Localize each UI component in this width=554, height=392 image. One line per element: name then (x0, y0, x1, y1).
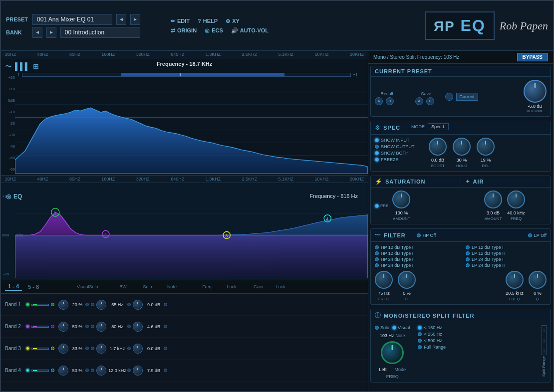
band4-color-slider[interactable] (31, 370, 49, 372)
current-button[interactable]: Current (456, 93, 478, 101)
spectrum-progress-bar[interactable] (22, 73, 351, 77)
hp-led[interactable] (417, 233, 421, 237)
band1-visual-led[interactable] (51, 303, 54, 306)
hold-knob[interactable] (453, 138, 471, 156)
band3-gain-knob[interactable] (133, 344, 143, 354)
pre-led[interactable] (375, 204, 379, 208)
preset-name-box[interactable]: 001 Ana Mixer EQ 01 (32, 14, 112, 25)
band2-note-led[interactable] (91, 325, 94, 328)
lp-led[interactable] (528, 233, 532, 237)
band1-freq-lock-led[interactable] (127, 303, 131, 306)
band4-freq-lock-led[interactable] (127, 369, 131, 372)
freeze-led[interactable] (375, 158, 379, 162)
spectrum-bar-icon[interactable]: ▌▌▌ (15, 62, 30, 71)
boost-knob[interactable] (429, 138, 447, 156)
spectrum-wave-icon[interactable]: 〜 (5, 62, 12, 71)
lp-q-knob[interactable] (529, 271, 547, 289)
band3-visual-led[interactable] (51, 347, 54, 350)
sat-amount-knob[interactable] (392, 191, 410, 208)
bank-name-box[interactable]: 00 Introduction (60, 27, 140, 38)
ecs-menu-item[interactable]: ◎ ECS (205, 27, 223, 34)
preset-prev-btn[interactable]: ◄ (116, 14, 126, 25)
lp-12db-t1-led[interactable] (466, 245, 470, 249)
help-menu-item[interactable]: ? HELP (198, 18, 218, 24)
band1-gain-lock-led[interactable] (164, 303, 167, 306)
split-visual-led[interactable] (392, 326, 396, 330)
band-tab-1-4[interactable]: 1 - 4 (5, 282, 22, 291)
band3-freq-knob[interactable] (96, 344, 106, 354)
band2-gain-knob[interactable] (133, 322, 143, 332)
band4-visual-led[interactable] (51, 369, 54, 372)
band2-color-slider[interactable] (31, 326, 49, 328)
lp-12db-t2-led[interactable] (466, 251, 470, 255)
band1-color-slider[interactable] (31, 304, 49, 306)
band3-bw-led[interactable] (85, 347, 89, 350)
band2-gain-lock-led[interactable] (164, 325, 167, 328)
bank-next-btn[interactable]: ► (46, 27, 56, 38)
lp-q-knob-group: 0 % Q (529, 271, 547, 301)
band3-bw-knob[interactable] (58, 344, 68, 354)
current-led[interactable] (445, 93, 453, 101)
lp-24db-t1-led[interactable] (466, 257, 470, 261)
recall-a-btn[interactable]: A (375, 97, 383, 105)
save-b-btn[interactable]: B (426, 97, 434, 105)
mode-value[interactable]: Spec L (428, 123, 449, 130)
hp-24db-t2-led[interactable] (375, 263, 379, 267)
band2-freq-lock-led[interactable] (127, 325, 131, 328)
band4-bw-led[interactable] (85, 369, 89, 372)
bank-prev-btn[interactable]: ◄ (32, 27, 42, 38)
band1-bw-led[interactable] (85, 303, 89, 306)
freq-lt500-led[interactable] (418, 339, 422, 343)
band4-active-led[interactable] (26, 369, 29, 372)
lp-freq-knob[interactable] (506, 271, 524, 289)
band2-bw-knob[interactable] (58, 322, 68, 332)
hp-q-knob[interactable] (398, 271, 416, 289)
hp-24db-t1-led[interactable] (375, 257, 379, 261)
band1-gain-knob[interactable] (133, 300, 143, 310)
freq-fullrange-led[interactable] (418, 345, 422, 349)
band3-color-slider[interactable] (31, 348, 49, 350)
band2-freq-knob[interactable] (96, 322, 106, 332)
band3-freq-lock-led[interactable] (127, 347, 131, 350)
band3-active-led[interactable] (26, 347, 29, 350)
band4-gain-lock-led[interactable] (164, 369, 167, 372)
band4-gain-knob[interactable] (133, 366, 143, 376)
freq-lt150-led[interactable] (418, 326, 422, 330)
autovol-menu-item[interactable]: 🔊 AUTO-VOL (231, 27, 269, 34)
bypass-button[interactable]: BYPASS (517, 53, 548, 61)
band2-visual-led[interactable] (51, 325, 54, 328)
preset-next-btn[interactable]: ► (130, 14, 140, 25)
save-a-btn[interactable]: A (415, 97, 423, 105)
hp-freq-knob[interactable] (375, 271, 393, 289)
lp-24db-t2-led[interactable] (466, 263, 470, 267)
band3-note-led[interactable] (91, 347, 94, 350)
band3-gain-lock-led[interactable] (164, 347, 167, 350)
air-freq-knob[interactable] (507, 191, 525, 208)
air-amount-knob[interactable] (484, 191, 502, 208)
band4-bw-knob[interactable] (58, 366, 68, 376)
edit-menu-item[interactable]: ✏ EDIT (171, 18, 190, 24)
split-solo-led[interactable] (375, 326, 379, 330)
band2-bw-led[interactable] (85, 325, 89, 328)
band1-active-led[interactable] (26, 303, 29, 306)
band2-active-led[interactable] (26, 325, 29, 328)
show-input-led[interactable] (375, 138, 379, 142)
show-both-led[interactable] (375, 151, 379, 155)
band1-bw-knob[interactable] (58, 300, 68, 310)
band-tab-5-8[interactable]: 5 - 8 (25, 283, 42, 291)
recall-b-btn[interactable]: B (386, 97, 394, 105)
hp-12db-t1-led[interactable] (375, 245, 379, 249)
band1-note-led[interactable] (91, 303, 94, 306)
rel-knob[interactable] (477, 138, 495, 156)
xy-menu-item[interactable]: ⊕ XY (226, 18, 240, 24)
split-freq-knob[interactable] (381, 341, 404, 364)
hp-12db-t2-led[interactable] (375, 251, 379, 255)
band4-freq-knob[interactable] (96, 366, 106, 376)
spectrum-settings-icon[interactable]: ⊞ (33, 62, 39, 71)
band1-freq-knob[interactable] (96, 300, 106, 310)
freq-lt250-led[interactable] (418, 332, 422, 336)
band4-note-led[interactable] (91, 369, 94, 372)
show-output-led[interactable] (375, 145, 379, 149)
volume-knob[interactable] (524, 80, 547, 103)
origin-menu-item[interactable]: ⇄ ORIGIN (171, 27, 197, 34)
